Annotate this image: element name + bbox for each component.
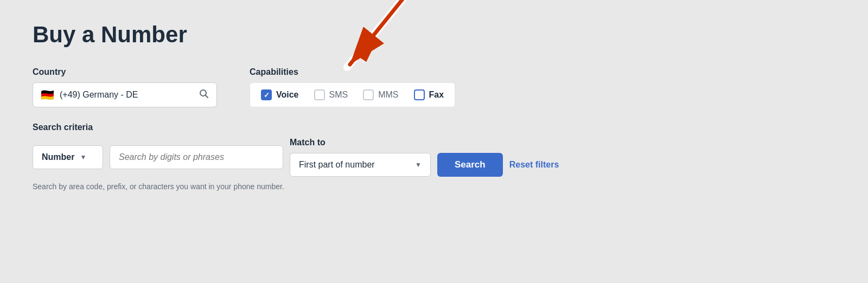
search-criteria-section: Search criteria Number ▼ Match to First … [33,123,835,191]
country-search-icon[interactable] [199,89,209,101]
search-hint: Search by area code, prefix, or characte… [33,182,835,191]
mms-checkbox[interactable] [363,89,374,100]
match-to-label: Match to [290,138,431,147]
page-title: Buy a Number [33,22,835,48]
capabilities-inner: ✓ Voice SMS MMS Fax [250,82,455,107]
voice-checkmark: ✓ [264,91,270,99]
search-digits-input[interactable] [110,145,283,169]
number-type-chevron: ▼ [80,153,86,161]
mms-label: MMS [378,90,398,100]
country-value: (+49) Germany - DE [60,90,194,100]
number-type-value: Number [42,152,74,162]
capability-sms[interactable]: SMS [314,89,348,100]
capabilities-section: Capabilities ✓ Voice SMS MMS [250,67,455,107]
top-row: Country 🇩🇪 (+49) Germany - DE [33,67,835,107]
svg-line-1 [206,95,208,97]
search-criteria-label: Search criteria [33,123,835,132]
capability-voice[interactable]: ✓ Voice [261,89,299,100]
voice-label: Voice [276,90,299,100]
criteria-controls: Number ▼ Match to First part of number ▼… [33,138,835,177]
search-button[interactable]: Search [437,153,503,177]
match-to-dropdown[interactable]: First part of number ▼ [290,153,431,177]
reset-filters-link[interactable]: Reset filters [509,160,559,170]
country-section: Country 🇩🇪 (+49) Germany - DE [33,67,217,107]
country-label: Country [33,67,217,77]
match-to-value: First part of number [299,160,410,170]
country-flag-icon: 🇩🇪 [41,88,54,101]
country-select[interactable]: 🇩🇪 (+49) Germany - DE [33,82,217,107]
match-to-group: Match to First part of number ▼ [290,138,431,177]
sms-label: SMS [329,90,348,100]
sms-checkbox[interactable] [314,89,325,100]
fax-checkbox[interactable] [414,89,425,100]
svg-marker-3 [358,46,374,62]
capabilities-label: Capabilities [250,67,455,77]
voice-checkbox[interactable]: ✓ [261,89,272,100]
capability-fax[interactable]: Fax [414,89,444,100]
number-type-dropdown[interactable]: Number ▼ [33,145,103,169]
capability-mms[interactable]: MMS [363,89,398,100]
fax-label: Fax [429,90,444,100]
svg-marker-7 [358,46,374,62]
match-to-chevron: ▼ [415,161,422,169]
page-container: Buy a Number Country 🇩🇪 (+49) Germany - … [33,22,835,191]
